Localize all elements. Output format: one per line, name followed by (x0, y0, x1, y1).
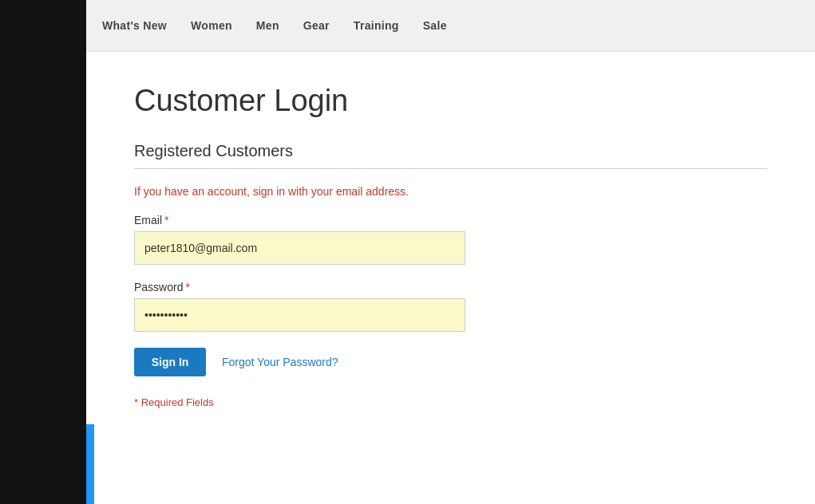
password-required-star: * (185, 281, 189, 293)
email-label: Email* (134, 214, 767, 226)
password-input[interactable] (134, 298, 465, 332)
nav-item-men[interactable]: Men (256, 18, 279, 33)
nav-item-gear[interactable]: Gear (303, 18, 330, 33)
section-title: Registered Customers (134, 142, 767, 160)
nav-item-whats-new[interactable]: What's New (102, 18, 167, 33)
password-group: Password* (134, 281, 767, 332)
email-group: Email* (134, 214, 767, 265)
login-form: Email* Password* Sign In Forgot Your Pas… (134, 214, 767, 376)
nav-link-whats-new[interactable]: What's New (102, 19, 167, 32)
page-title: Customer Login (134, 84, 767, 118)
divider (134, 168, 767, 169)
required-fields-note: * Required Fields (134, 396, 767, 408)
nav-item-sale[interactable]: Sale (423, 18, 447, 33)
left-bar (0, 0, 86, 504)
info-text: If you have an account, sign in with you… (134, 185, 767, 198)
nav-link-men[interactable]: Men (256, 19, 279, 32)
email-input[interactable] (134, 231, 465, 265)
password-label: Password* (134, 281, 767, 293)
blue-bar (86, 424, 94, 504)
email-required-star: * (164, 214, 168, 226)
nav-link-gear[interactable]: Gear (303, 19, 330, 32)
nav-link-women[interactable]: Women (191, 19, 232, 32)
form-actions: Sign In Forgot Your Password? (134, 348, 767, 376)
forgot-password-link[interactable]: Forgot Your Password? (222, 356, 338, 368)
sign-in-button[interactable]: Sign In (134, 348, 206, 376)
main-content: Customer Login Registered Customers If y… (86, 52, 815, 504)
nav-link-training[interactable]: Training (354, 19, 399, 32)
nav-item-women[interactable]: Women (191, 18, 232, 33)
nav-item-training[interactable]: Training (354, 18, 399, 33)
nav-link-sale[interactable]: Sale (423, 19, 447, 32)
main-nav: What's New Women Men Gear Training Sale (86, 0, 815, 52)
nav-list: What's New Women Men Gear Training Sale (102, 18, 447, 33)
